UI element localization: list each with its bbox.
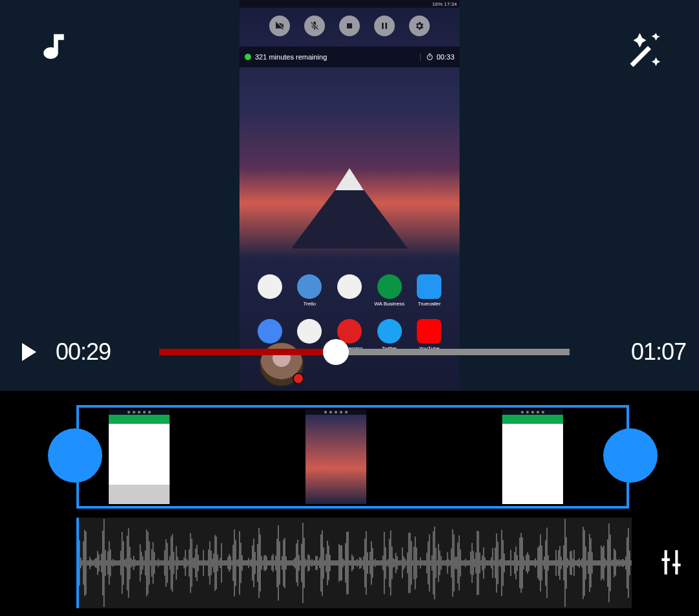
svg-rect-326 bbox=[494, 547, 496, 578]
svg-rect-258 bbox=[407, 553, 408, 574]
effects-button[interactable] bbox=[625, 30, 664, 69]
svg-rect-394 bbox=[582, 527, 584, 599]
svg-rect-407 bbox=[599, 560, 601, 566]
svg-rect-189 bbox=[318, 560, 319, 566]
svg-rect-417 bbox=[612, 560, 614, 566]
svg-rect-245 bbox=[390, 531, 392, 596]
svg-rect-139 bbox=[253, 538, 254, 587]
svg-rect-405 bbox=[597, 560, 598, 566]
svg-rect-202 bbox=[335, 560, 336, 566]
svg-rect-414 bbox=[608, 523, 610, 602]
svg-rect-206 bbox=[340, 545, 341, 580]
svg-rect-93 bbox=[194, 557, 195, 568]
svg-rect-291 bbox=[450, 560, 451, 566]
svg-rect-120 bbox=[228, 554, 230, 571]
svg-rect-393 bbox=[581, 558, 582, 567]
trim-handle-left[interactable] bbox=[48, 428, 102, 483]
svg-rect-55 bbox=[145, 551, 146, 575]
total-time: 01:07 bbox=[631, 338, 686, 366]
svg-rect-9 bbox=[85, 531, 87, 594]
svg-rect-112 bbox=[218, 560, 219, 566]
svg-rect-192 bbox=[322, 530, 323, 595]
svg-rect-177 bbox=[302, 523, 304, 603]
svg-rect-34 bbox=[118, 560, 119, 566]
camera-off-icon bbox=[269, 16, 290, 36]
svg-rect-278 bbox=[433, 531, 434, 595]
svg-rect-250 bbox=[397, 556, 398, 569]
clip-thumbnail bbox=[305, 410, 366, 504]
svg-rect-406 bbox=[598, 560, 599, 566]
clip-thumbnail bbox=[109, 410, 170, 504]
svg-rect-256 bbox=[405, 558, 406, 567]
svg-rect-365 bbox=[545, 540, 546, 586]
svg-rect-171 bbox=[294, 558, 296, 569]
add-music-button[interactable] bbox=[36, 30, 71, 65]
seek-bar[interactable] bbox=[159, 349, 570, 355]
svg-rect-156 bbox=[275, 556, 276, 570]
audio-settings-button[interactable] bbox=[655, 546, 687, 578]
stop-icon bbox=[339, 16, 360, 36]
svg-rect-154 bbox=[272, 554, 274, 572]
svg-rect-254 bbox=[402, 547, 403, 578]
svg-rect-408 bbox=[601, 545, 602, 580]
svg-rect-329 bbox=[498, 560, 500, 566]
svg-rect-322 bbox=[490, 560, 491, 566]
svg-rect-220 bbox=[358, 560, 359, 566]
svg-rect-35 bbox=[119, 560, 120, 566]
svg-rect-165 bbox=[287, 560, 288, 566]
svg-rect-340 bbox=[513, 560, 514, 566]
svg-rect-157 bbox=[276, 539, 278, 588]
svg-rect-330 bbox=[500, 559, 501, 567]
svg-rect-388 bbox=[575, 560, 576, 566]
video-clip-track[interactable] bbox=[76, 405, 629, 509]
svg-rect-313 bbox=[478, 531, 480, 595]
svg-rect-392 bbox=[580, 560, 581, 566]
svg-rect-178 bbox=[304, 538, 305, 588]
svg-rect-151 bbox=[269, 560, 270, 566]
svg-rect-353 bbox=[529, 560, 531, 566]
svg-rect-343 bbox=[516, 555, 518, 571]
trim-handle-right[interactable] bbox=[603, 428, 658, 483]
svg-rect-145 bbox=[261, 556, 262, 569]
svg-rect-347 bbox=[522, 538, 523, 589]
svg-rect-94 bbox=[195, 549, 197, 578]
clip-thumbnail bbox=[502, 410, 563, 504]
svg-rect-181 bbox=[307, 555, 309, 571]
svg-rect-331 bbox=[501, 530, 502, 596]
app-icon: Trello bbox=[290, 274, 330, 307]
svg-rect-380 bbox=[564, 519, 566, 607]
svg-rect-98 bbox=[201, 560, 202, 566]
svg-rect-316 bbox=[482, 555, 483, 570]
svg-rect-149 bbox=[266, 556, 267, 569]
svg-rect-12 bbox=[89, 556, 91, 569]
svg-rect-132 bbox=[244, 560, 245, 566]
svg-rect-114 bbox=[221, 543, 222, 582]
svg-rect-195 bbox=[326, 554, 327, 571]
seek-thumb[interactable] bbox=[323, 339, 349, 365]
svg-rect-133 bbox=[245, 560, 247, 566]
svg-rect-214 bbox=[350, 560, 351, 566]
svg-rect-188 bbox=[316, 556, 318, 570]
svg-rect-287 bbox=[445, 560, 446, 566]
svg-rect-10 bbox=[87, 560, 88, 566]
svg-rect-42 bbox=[128, 528, 129, 597]
equalizer-icon bbox=[655, 546, 687, 578]
svg-rect-68 bbox=[162, 560, 163, 566]
app-icon bbox=[329, 274, 370, 307]
play-button[interactable] bbox=[12, 336, 43, 368]
audio-track[interactable] bbox=[40, 518, 632, 608]
svg-rect-146 bbox=[262, 560, 263, 566]
audio-trim-marker[interactable] bbox=[76, 518, 79, 608]
svg-rect-357 bbox=[535, 558, 536, 567]
svg-rect-130 bbox=[241, 555, 243, 571]
app-label: Trello bbox=[304, 301, 316, 307]
svg-rect-63 bbox=[155, 560, 157, 566]
svg-rect-400 bbox=[590, 538, 592, 588]
svg-rect-312 bbox=[477, 531, 478, 595]
play-icon bbox=[12, 336, 43, 368]
svg-rect-115 bbox=[222, 560, 223, 566]
svg-rect-180 bbox=[306, 560, 307, 566]
svg-rect-76 bbox=[172, 534, 173, 592]
svg-rect-23 bbox=[104, 519, 105, 607]
svg-rect-37 bbox=[122, 532, 123, 594]
